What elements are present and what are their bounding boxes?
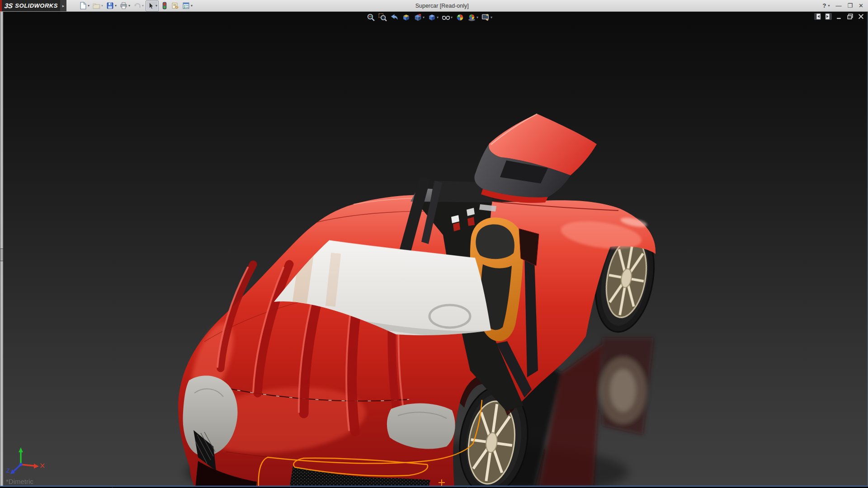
print-button[interactable]: ▾ [118, 0, 132, 11]
help-dropdown-arrow[interactable]: ▾ [828, 4, 830, 8]
document-minimize-icon[interactable] [836, 13, 843, 20]
select-dropdown-arrow[interactable]: ▾ [156, 4, 157, 8]
edit-appearance-icon [456, 13, 464, 22]
new-dropdown-arrow[interactable]: ▾ [88, 4, 90, 8]
apply-scene-icon [467, 13, 476, 22]
standard-toolbar: ▾ ▾ ▾ [78, 0, 194, 11]
previous-view-icon [390, 13, 399, 22]
z-axis-label: Z [6, 468, 10, 474]
document-restore-icon[interactable] [847, 13, 854, 20]
options-button[interactable]: ▾ [181, 0, 194, 11]
section-view-icon [402, 13, 410, 22]
new-button[interactable]: ▾ [78, 0, 91, 11]
feature-tree-splitter[interactable] [0, 11, 3, 486]
view-orientation-dropdown-arrow[interactable]: ▾ [423, 15, 425, 19]
view-settings-dropdown-arrow[interactable]: ▾ [491, 15, 492, 19]
hide-show-items-icon [442, 13, 450, 22]
apply-scene-dropdown-arrow[interactable]: ▾ [476, 15, 478, 19]
previous-view-button[interactable] [390, 13, 399, 22]
save-button[interactable]: ▾ [105, 0, 118, 11]
document-close-icon[interactable] [858, 13, 864, 20]
new-document-icon [79, 2, 87, 9]
options-icon [182, 2, 190, 9]
window-close-button[interactable]: ✕ [859, 2, 863, 9]
edit-appearance-button[interactable] [455, 13, 465, 22]
open-dropdown-arrow[interactable]: ▾ [101, 4, 103, 8]
window-minimize-button[interactable]: — [835, 2, 841, 9]
rebuild-button[interactable] [159, 0, 170, 11]
undo-button[interactable]: ▾ [132, 0, 145, 11]
solidworks-logo: 3S SOLIDWORKS [0, 0, 60, 11]
brand-name: SOLIDWORKS [15, 2, 58, 9]
display-style-button[interactable]: ▾ [427, 13, 439, 22]
document-window-controls [814, 13, 864, 20]
hide-show-items-button[interactable]: ▾ [441, 13, 453, 22]
file-properties-icon [171, 2, 179, 9]
view-orientation-button[interactable]: ▾ [413, 13, 425, 22]
view-settings-icon [481, 13, 490, 22]
save-floppy-icon [106, 2, 114, 9]
select-button[interactable]: ▾ [146, 0, 159, 11]
solidworks-window: 3S SOLIDWORKS ▸ ▾ ▾ [0, 0, 868, 488]
open-button[interactable]: ▾ [91, 0, 104, 11]
splitter-handle[interactable] [0, 249, 3, 261]
display-style-dropdown-arrow[interactable]: ▾ [437, 15, 439, 19]
viewport-3d-scene[interactable]: Z [0, 11, 868, 486]
display-style-icon [428, 13, 436, 22]
pane-expand-left-icon[interactable] [814, 13, 821, 20]
title-bar: 3S SOLIDWORKS ▸ ▾ ▾ [0, 0, 868, 12]
window-restore-button[interactable]: ❐ [847, 2, 853, 9]
zoom-to-area-button[interactable] [378, 13, 387, 22]
print-icon [120, 2, 127, 9]
pane-expand-right-icon[interactable] [825, 13, 832, 20]
logo-red-strip [0, 0, 2, 11]
taskbar-edge[interactable] [0, 486, 868, 488]
zoom-to-fit-icon [367, 13, 375, 22]
window-title: Supercar [Read-only] [415, 0, 469, 11]
help-button[interactable]: ? [822, 2, 826, 9]
window-controls: ? ▾ — ❐ ✕ [822, 0, 863, 11]
zoom-to-fit-button[interactable] [366, 13, 376, 22]
print-dropdown-arrow[interactable]: ▾ [128, 4, 130, 8]
graphics-viewport[interactable]: Z [0, 11, 868, 486]
apply-scene-button[interactable]: ▾ [467, 13, 479, 22]
options-dropdown-arrow[interactable]: ▾ [191, 4, 193, 8]
dassault-3s-logo-icon: 3S [4, 2, 14, 9]
undo-icon [133, 2, 141, 9]
menu-expand-button[interactable]: ▸ [60, 0, 66, 11]
undo-dropdown-arrow[interactable]: ▾ [142, 4, 144, 8]
select-cursor-icon [147, 2, 155, 9]
file-properties-button[interactable] [170, 0, 180, 11]
rebuild-traffic-light-icon [160, 2, 168, 9]
view-orientation-icon [414, 13, 422, 22]
headsup-view-toolbar: ▾ ▾ ▾ [366, 13, 493, 22]
view-settings-button[interactable]: ▾ [481, 13, 493, 22]
save-dropdown-arrow[interactable]: ▾ [115, 4, 117, 8]
open-folder-icon [93, 2, 100, 9]
zoom-to-area-icon [378, 13, 387, 22]
section-view-button[interactable] [401, 13, 411, 22]
hide-show-items-dropdown-arrow[interactable]: ▾ [451, 15, 453, 19]
view-orientation-label: *Dimetric [6, 478, 33, 485]
